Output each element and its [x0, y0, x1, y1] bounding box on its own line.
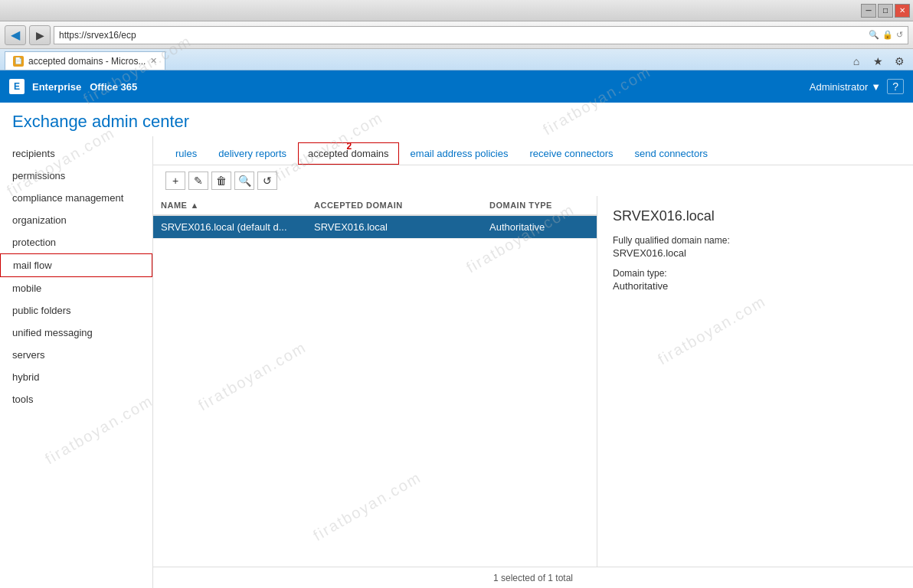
col-header-name[interactable]: NAME ▲ — [153, 196, 306, 214]
brand-suffix: Office 365 — [90, 81, 137, 93]
close-btn[interactable]: ✕ — [895, 4, 910, 18]
sidebar-item-public-folders[interactable]: public folders — [0, 299, 152, 322]
sidebar-item-mail-flow[interactable]: mail flow 1 — [0, 253, 152, 277]
address-text: https://srvex16/ecp — [59, 30, 869, 41]
col-header-domain-type[interactable]: DOMAIN TYPE — [482, 196, 597, 214]
brand-prefix: Enterprise — [32, 81, 81, 93]
detail-panel: SRVEX016.local Fully qualified domain na… — [597, 196, 913, 567]
content-area: rules delivery reports accepted domains … — [153, 136, 913, 588]
status-bar: 1 selected of 1 total — [153, 567, 913, 588]
data-grid: NAME ▲ ACCEPTED DOMAIN DOMAIN TYPE SRVEX… — [153, 196, 597, 567]
detail-fqdn-value: SRVEX016.local — [613, 247, 898, 259]
detail-fqdn-label: Fully qualified domain name: — [613, 235, 898, 246]
step-2-badge: 2 — [346, 141, 352, 152]
forward-button[interactable]: ▶ — [29, 25, 51, 45]
cell-name: SRVEX016.local (default d... — [153, 216, 306, 238]
app-header: E Enterprise Office 365 Administrator ▼ … — [0, 70, 913, 103]
restore-btn[interactable]: □ — [878, 4, 893, 18]
browser-tabbar: 📄 accepted domains - Micros... ✕ ⌂ ★ ⚙ — [0, 49, 913, 70]
tab-rules[interactable]: rules — [165, 142, 207, 165]
admin-label: Administrator — [810, 81, 869, 93]
back-button[interactable]: ◀ — [5, 25, 26, 45]
tab-email-address-policies[interactable]: email address policies — [401, 142, 519, 165]
app-logo: E — [9, 79, 25, 94]
tab-send-connectors[interactable]: send connectors — [625, 142, 718, 165]
search-button[interactable]: 🔍 — [234, 172, 254, 190]
help-button[interactable]: ? — [887, 79, 904, 94]
sidebar: recipients permissions compliance manage… — [0, 136, 153, 588]
address-bar[interactable]: https://srvex16/ecp 🔍 🔒 ↺ — [54, 26, 908, 44]
main-content: recipients permissions compliance manage… — [0, 136, 913, 588]
page-title: Exchange admin center — [12, 112, 901, 132]
sidebar-item-permissions[interactable]: permissions — [0, 165, 152, 187]
tab-close-btn[interactable]: ✕ — [150, 56, 157, 66]
grid-header: NAME ▲ ACCEPTED DOMAIN DOMAIN TYPE — [153, 196, 597, 216]
browser-titlebar: ─ □ ✕ — [0, 0, 913, 21]
home-btn[interactable]: ⌂ — [847, 53, 866, 70]
grid-body: SRVEX016.local (default d... SRVEX016.lo… — [153, 216, 597, 567]
logo-letter: E — [14, 81, 20, 92]
sort-icon: ▲ — [190, 201, 198, 210]
app-header-right: Administrator ▼ ? — [810, 79, 904, 94]
sidebar-item-servers[interactable]: servers — [0, 344, 152, 366]
sidebar-item-unified-messaging[interactable]: unified messaging — [0, 322, 152, 344]
edit-button[interactable]: ✎ — [188, 172, 208, 190]
add-button[interactable]: + — [165, 172, 185, 190]
sidebar-item-compliance-management[interactable]: compliance management — [0, 187, 152, 209]
status-text: 1 selected of 1 total — [493, 573, 573, 583]
browser-navbar: ◀ ▶ https://srvex16/ecp 🔍 🔒 ↺ — [0, 21, 913, 49]
page-title-bar: Exchange admin center — [0, 103, 913, 136]
sidebar-item-tools[interactable]: tools — [0, 388, 152, 410]
settings-btn[interactable]: ⚙ — [890, 53, 908, 70]
detail-type-value: Authoritative — [613, 280, 898, 292]
minimize-btn[interactable]: ─ — [861, 4, 876, 18]
page-container: Exchange admin center recipients permiss… — [0, 103, 913, 588]
sidebar-item-mobile[interactable]: mobile — [0, 277, 152, 299]
list-toolbar: + ✎ 🗑 🔍 ↺ — [153, 165, 913, 196]
app-brand: Enterprise Office 365 — [32, 81, 137, 93]
tab-title: accepted domains - Micros... — [28, 56, 146, 67]
admin-dropdown[interactable]: Administrator ▼ — [810, 81, 881, 93]
sidebar-item-protection[interactable]: protection — [0, 231, 152, 253]
sidebar-mail-flow-label: mail flow — [13, 260, 52, 271]
sidebar-item-organization[interactable]: organization — [0, 209, 152, 231]
browser-tab-active[interactable]: 📄 accepted domains - Micros... ✕ — [5, 51, 165, 70]
titlebar-buttons: ─ □ ✕ — [861, 4, 910, 18]
address-icons: 🔍 🔒 ↺ — [869, 30, 903, 40]
favorites-btn[interactable]: ★ — [869, 53, 887, 70]
sidebar-item-hybrid[interactable]: hybrid — [0, 366, 152, 388]
sub-nav: rules delivery reports accepted domains … — [153, 136, 913, 165]
cell-type: Authoritative — [482, 216, 597, 238]
sidebar-item-recipients[interactable]: recipients — [0, 142, 152, 165]
refresh-button[interactable]: ↺ — [257, 172, 277, 190]
data-grid-container: NAME ▲ ACCEPTED DOMAIN DOMAIN TYPE SRVEX… — [153, 196, 913, 567]
tab-receive-connectors[interactable]: receive connectors — [519, 142, 623, 165]
delete-button[interactable]: 🗑 — [211, 172, 231, 190]
table-row[interactable]: SRVEX016.local (default d... SRVEX016.lo… — [153, 216, 597, 239]
detail-title: SRVEX016.local — [613, 208, 898, 224]
tab-delivery-reports[interactable]: delivery reports — [208, 142, 296, 165]
dropdown-arrow: ▼ — [871, 81, 881, 93]
tab-accepted-domains-wrapper: accepted domains 2 — [298, 142, 401, 165]
col-header-accepted-domain[interactable]: ACCEPTED DOMAIN — [306, 196, 482, 214]
browser-toolbar-right: ⌂ ★ ⚙ — [847, 53, 908, 70]
tab-favicon: 📄 — [13, 56, 24, 67]
cell-domain: SRVEX016.local — [306, 216, 482, 238]
detail-type-label: Domain type: — [613, 268, 898, 279]
